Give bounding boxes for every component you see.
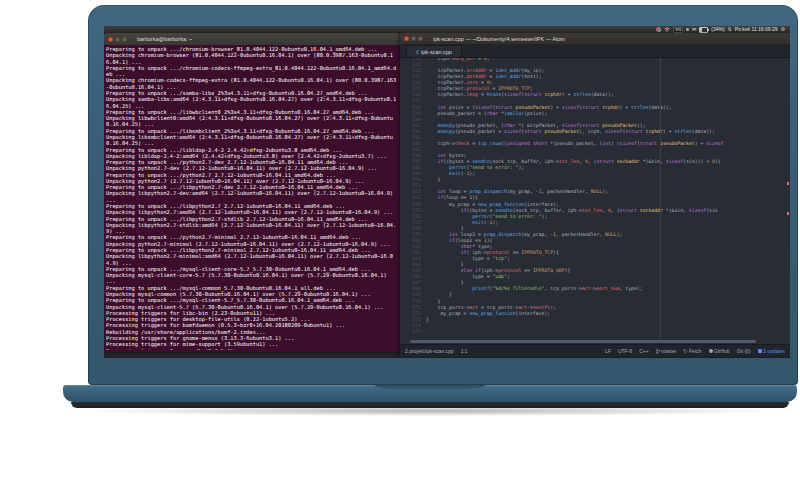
terminal-line: Unpacking python2.7-dev (2.7.12-1ubuntu0… bbox=[106, 165, 398, 171]
terminal-line: Processing triggers for man-db (2.7.5-1)… bbox=[106, 348, 398, 351]
session-gear-icon[interactable]: ⚙ bbox=[781, 26, 785, 33]
terminal-line: Unpacking libpython2.7:amd64 (2.7.12-1ub… bbox=[106, 209, 398, 215]
clock[interactable]: Po kvě 11 16:09:29 bbox=[735, 26, 778, 33]
code-line bbox=[426, 329, 790, 335]
scroll-marker bbox=[787, 182, 789, 185]
laptop-lid-notch bbox=[375, 385, 485, 390]
terminal-line: Unpacking mysql-client-core-5.7 (5.7.30-… bbox=[106, 272, 398, 285]
close-icon[interactable] bbox=[108, 37, 113, 42]
encoding-selector[interactable]: UTF-8 bbox=[618, 348, 632, 354]
top-panel: EN ✉ (34%) ⇅ Po kvě 11 16:09:29 ⚙ bbox=[104, 26, 790, 33]
sync-arrows-icon[interactable]: ⇅ bbox=[728, 26, 732, 33]
app-indicator-icon[interactable] bbox=[656, 27, 661, 32]
terminal-line: Unpacking mysql-client-5.7 (5.7.30-0ubun… bbox=[106, 304, 398, 310]
terminal-line: Unpacking libsmbclient:amd64 (2:4.3.11+d… bbox=[106, 134, 398, 147]
line-ending-selector[interactable]: LF bbox=[605, 348, 611, 354]
line-numbers: 5305315325335345355365375385395405415425… bbox=[400, 58, 426, 340]
mail-icon[interactable]: ✉ bbox=[692, 26, 696, 33]
terminal-line: Unpacking chromium-browser (81.0.4044.12… bbox=[106, 52, 398, 65]
atom-window-title: ipk-scan.cpp — ~/Dokumenty/4.semester/IP… bbox=[433, 36, 565, 42]
laptop-shadow bbox=[85, 406, 775, 416]
file-path[interactable]: 2.projekt/ipk-scan.cpp bbox=[405, 348, 454, 354]
tab-ipk-scan-cpp[interactable]: C ipk-scan.cpp bbox=[406, 45, 462, 57]
terminal-line: Unpacking libpython2.7-minimal:amd64 (2.… bbox=[106, 253, 398, 266]
maximize-icon[interactable] bbox=[122, 37, 127, 42]
terminal-line: Unpacking samba-libs:amd64 (2:4.3.11+dfs… bbox=[106, 96, 398, 109]
minimize-icon[interactable] bbox=[411, 36, 416, 41]
keyboard-layout-indicator[interactable]: EN bbox=[673, 27, 683, 33]
refresh-icon: ↻ bbox=[683, 348, 687, 354]
terminal-window: barborka@barborka: ~ Preparing to unpack… bbox=[104, 33, 400, 352]
updates-button[interactable]: 3 updates bbox=[758, 348, 785, 354]
maximize-icon[interactable] bbox=[418, 36, 423, 41]
package-update-icon bbox=[758, 349, 762, 353]
horizontal-scrollbar[interactable] bbox=[400, 340, 790, 344]
git-panel-toggle[interactable]: Git (0) bbox=[737, 348, 751, 354]
cpp-file-icon: C bbox=[416, 49, 419, 55]
cursor-position[interactable]: 1:1 bbox=[461, 348, 468, 354]
wifi-icon[interactable] bbox=[664, 27, 670, 32]
laptop-base bbox=[63, 385, 797, 402]
fetch-button[interactable]: ↻ Fetch bbox=[683, 348, 701, 354]
terminal-line: Preparing to unpack .../libsmbclient_2%3… bbox=[106, 128, 398, 134]
close-icon[interactable] bbox=[404, 36, 409, 41]
laptop-lid: EN ✉ (34%) ⇅ Po kvě 11 16:09:29 ⚙ barbor… bbox=[88, 5, 798, 385]
terminal-line: Unpacking libpython2.7-stdlib:amd64 (2.7… bbox=[106, 222, 398, 235]
terminal-line: Preparing to unpack .../mysql-client-5.7… bbox=[106, 297, 398, 303]
terminal-line: Preparing to unpack .../chromium-codecs-… bbox=[106, 65, 398, 78]
laptop-mockup: EN ✉ (34%) ⇅ Po kvě 11 16:09:29 ⚙ barbor… bbox=[0, 0, 800, 477]
terminal-output[interactable]: Preparing to unpack .../chromium-browser… bbox=[104, 45, 400, 350]
code-editor[interactable]: 5305315325335345355365375385395405415425… bbox=[400, 58, 790, 340]
terminal-line: Unpacking chromium-codecs-ffmpeg-extra (… bbox=[106, 77, 398, 90]
battery-icon[interactable] bbox=[699, 27, 708, 33]
wrap-guide bbox=[660, 58, 661, 340]
github-icon bbox=[709, 349, 713, 353]
terminal-line: Preparing to unpack .../libpython2.7-std… bbox=[106, 216, 398, 222]
terminal-line: Unpacking libpython2.7-dev:amd64 (2.7.12… bbox=[106, 190, 398, 203]
battery-percent: (34%) bbox=[711, 26, 724, 33]
grammar-selector[interactable]: C++ bbox=[639, 348, 648, 354]
terminal-line: Preparing to unpack .../python2.7-minima… bbox=[106, 234, 398, 240]
atom-titlebar[interactable]: ipk-scan.cpp — ~/Dokumenty/4.semester/IP… bbox=[400, 33, 790, 44]
minimize-icon[interactable] bbox=[115, 37, 120, 42]
github-panel-toggle[interactable]: GitHub bbox=[709, 348, 730, 354]
terminal-titlebar[interactable]: barborka@barborka: ~ bbox=[104, 33, 400, 45]
code-area[interactable]: tcph->urg_ptr = 0; tcpPacket.srcAddr = i… bbox=[426, 58, 790, 340]
tab-label: ipk-scan.cpp bbox=[421, 49, 452, 55]
branch-icon bbox=[656, 349, 660, 354]
terminal-title: barborka@barborka: ~ bbox=[137, 36, 192, 42]
bluetooth-icon[interactable] bbox=[686, 28, 689, 31]
git-branch[interactable]: master bbox=[656, 348, 677, 354]
scroll-marker bbox=[787, 212, 789, 215]
terminal-line: Unpacking libwbclient0:amd64 (2:4.3.11+d… bbox=[106, 115, 398, 128]
tab-bar: C ipk-scan.cpp bbox=[400, 44, 790, 58]
screen: EN ✉ (34%) ⇅ Po kvě 11 16:09:29 ⚙ barbor… bbox=[104, 26, 790, 358]
status-bar: 2.projekt/ipk-scan.cpp 1:1 LF UTF-8 C++ … bbox=[400, 344, 790, 357]
atom-window: ipk-scan.cpp — ~/Dokumenty/4.semester/IP… bbox=[400, 33, 790, 357]
